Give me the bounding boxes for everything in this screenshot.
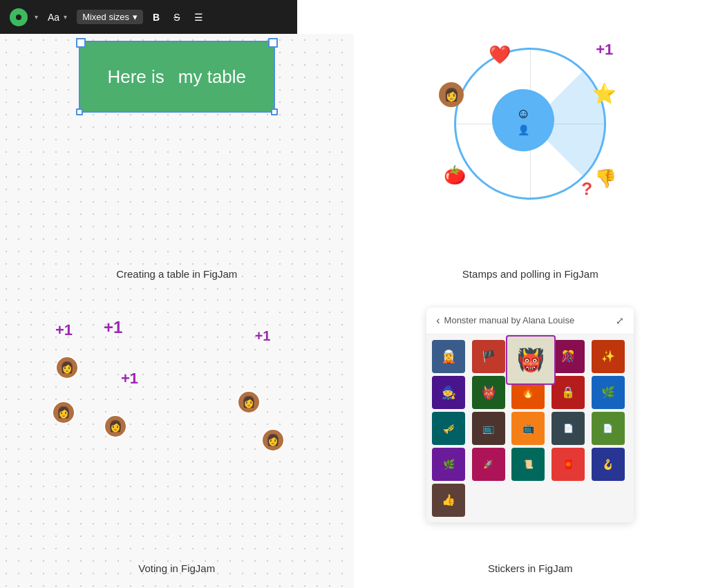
stickers-header-left: ‹ Monster manual by Alana Louise xyxy=(436,314,574,327)
font-label: Aa xyxy=(48,12,59,23)
stickers-panel-title: Monster manual by Alana Louise xyxy=(444,315,575,325)
sticker-item[interactable]: 📺 xyxy=(511,412,545,445)
table-text-left: Here is xyxy=(107,66,164,88)
stickers-close-icon[interactable]: ⤢ xyxy=(616,315,624,326)
stamps-wheel: ☺ 👤 ❤️ +1 👩 ⭐ 🍅 👎 ? xyxy=(433,41,627,220)
stamp-tomato-icon: 🍅 xyxy=(444,164,466,186)
strike-label: S xyxy=(173,12,180,23)
sticker-item[interactable]: 🧧 xyxy=(552,448,585,481)
cell1-label: Creating a table in FigJam xyxy=(116,268,237,280)
sticker-item[interactable]: 📺 xyxy=(472,412,505,445)
cell2-label: Stamps and polling in FigJam xyxy=(462,268,598,280)
wheel-smiley-icon: ☺ xyxy=(516,106,530,122)
sticker-item[interactable]: 📜 xyxy=(511,448,545,481)
mixed-sizes-button[interactable]: Mixed sizes ▾ xyxy=(77,10,143,24)
bold-label: B xyxy=(153,12,160,23)
stamp-star-icon: ⭐ xyxy=(592,82,616,105)
color-circle[interactable] xyxy=(10,8,28,26)
stickers-back-icon[interactable]: ‹ xyxy=(436,314,440,327)
cell-voting: +1 +1 +1 +1 👩 👩 👩 👩 👩 Voting in FigJam xyxy=(0,294,354,589)
mixed-sizes-label: Mixed sizes xyxy=(82,12,129,22)
toolbar: ▾ Aa ▾ Mixed sizes ▾ B S ☰ xyxy=(0,0,297,34)
font-chevron-icon: ▾ xyxy=(64,13,67,21)
vote-avatar-c: 👩 xyxy=(104,415,127,438)
bold-button[interactable]: B xyxy=(149,10,164,24)
sticker-item[interactable]: 👍 xyxy=(432,484,465,517)
vote-plus1-b: +1 xyxy=(104,318,122,337)
menu-button[interactable]: ☰ xyxy=(190,10,207,24)
sticker-item[interactable]: 🪝 xyxy=(592,448,625,481)
stamp-heart-icon: ❤️ xyxy=(489,44,511,66)
sticker-item[interactable]: 🧙 xyxy=(432,376,465,409)
cell-stamps: ☺ 👤 ❤️ +1 👩 ⭐ 🍅 👎 ? Stamps and polling i… xyxy=(354,34,708,294)
vote-plus1-d: +1 xyxy=(121,370,138,388)
stamp-plus1-icon: +1 xyxy=(596,41,613,59)
sticker-item[interactable]: ✨ xyxy=(592,340,625,373)
table-text-right: my table xyxy=(178,66,246,88)
sticker-item[interactable]: 🌿 xyxy=(592,376,625,409)
menu-icon: ☰ xyxy=(194,12,203,23)
stamp-avatar-icon: 👩 xyxy=(439,82,464,107)
sticker-item[interactable]: 📄 xyxy=(552,412,585,445)
sticker-item[interactable]: 🚀 xyxy=(472,448,505,481)
table-content[interactable]: Here is my table xyxy=(80,42,274,111)
selected-sticker[interactable]: 👹 xyxy=(506,335,556,385)
stamp-question-icon: ? xyxy=(581,178,592,200)
wheel-person-icon: 👤 xyxy=(518,124,529,135)
table-selection-box: Here is my table xyxy=(79,41,275,113)
vote-avatar-a: 👩 xyxy=(55,356,79,379)
table-preview[interactable]: Here is my table xyxy=(79,41,275,113)
vote-plus1-a: +1 xyxy=(55,321,73,339)
voting-wrapper: +1 +1 +1 +1 👩 👩 👩 👩 👩 xyxy=(14,307,340,487)
color-chevron-icon: ▾ xyxy=(35,13,38,21)
mixed-sizes-chevron-icon: ▾ xyxy=(133,12,138,22)
circle-dot xyxy=(16,15,21,20)
cell-stickers: 👹 ‹ Monster manual by Alana Louise ⤢ 🧝 🏴… xyxy=(354,294,708,589)
sticker-item[interactable]: 🌿 xyxy=(432,448,465,481)
cell3-label: Voting in FigJam xyxy=(138,562,215,574)
stamp-thumbdown-icon: 👎 xyxy=(594,168,616,189)
cell4-label: Stickers in FigJam xyxy=(488,562,573,574)
stickers-header: ‹ Monster manual by Alana Louise ⤢ xyxy=(426,307,634,334)
sticker-item[interactable]: 🏴 xyxy=(472,340,505,373)
vote-avatar-b: 👩 xyxy=(52,401,75,424)
vote-plus1-c: +1 xyxy=(255,328,271,344)
vote-avatar-d: 👩 xyxy=(237,390,261,414)
strikethrough-button[interactable]: S xyxy=(169,10,184,24)
sticker-item[interactable]: 🎊 xyxy=(552,340,585,373)
sticker-item[interactable]: 🎺 xyxy=(432,412,465,445)
wheel-center: ☺ 👤 xyxy=(492,89,554,151)
content-grid: Here is my table Creating a table in Fig… xyxy=(0,34,707,588)
sticker-item[interactable]: 📄 xyxy=(592,412,625,445)
sticker-item[interactable]: 🔒 xyxy=(552,376,585,409)
vote-avatar-e: 👩 xyxy=(261,428,285,452)
sticker-item[interactable]: 👹 xyxy=(472,376,505,409)
cell-creating-table: Here is my table Creating a table in Fig… xyxy=(0,34,354,294)
font-picker[interactable]: Aa ▾ xyxy=(44,10,71,24)
sticker-item[interactable]: 🧝 xyxy=(432,340,465,373)
